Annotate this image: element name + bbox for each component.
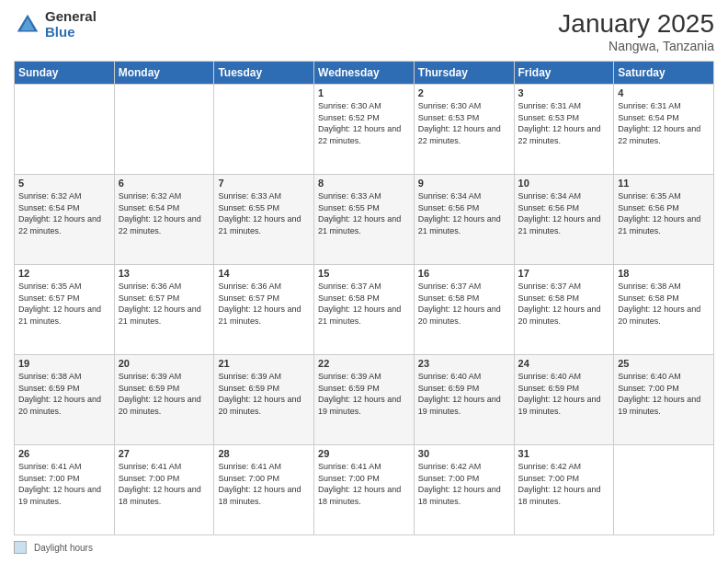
- day-info: Sunrise: 6:39 AMSunset: 6:59 PMDaylight:…: [318, 371, 410, 417]
- location: Nangwa, Tanzania: [558, 39, 714, 53]
- calendar-cell: 12Sunrise: 6:35 AMSunset: 6:57 PMDayligh…: [15, 265, 115, 355]
- calendar-cell: 13Sunrise: 6:36 AMSunset: 6:57 PMDayligh…: [114, 265, 214, 355]
- calendar-cell: 30Sunrise: 6:42 AMSunset: 7:00 PMDayligh…: [414, 445, 514, 535]
- day-number: 27: [119, 448, 210, 459]
- day-header-friday: Friday: [514, 62, 614, 85]
- calendar-cell: 7Sunrise: 6:33 AMSunset: 6:55 PMDaylight…: [214, 175, 314, 265]
- calendar-cell: 20Sunrise: 6:39 AMSunset: 6:59 PMDayligh…: [114, 355, 214, 445]
- daylight-label: Daylight hours: [34, 543, 93, 553]
- day-info: Sunrise: 6:39 AMSunset: 6:59 PMDaylight:…: [119, 371, 210, 417]
- logo: General Blue: [14, 9, 97, 40]
- calendar-cell: 25Sunrise: 6:40 AMSunset: 7:00 PMDayligh…: [614, 355, 714, 445]
- day-number: 23: [418, 358, 510, 369]
- day-number: 5: [18, 178, 110, 189]
- day-number: 8: [318, 178, 410, 189]
- logo-blue: Blue: [45, 25, 97, 40]
- calendar-cell: [214, 85, 314, 175]
- day-number: 18: [618, 268, 710, 279]
- day-header-wednesday: Wednesday: [314, 62, 415, 85]
- day-info: Sunrise: 6:41 AMSunset: 7:00 PMDaylight:…: [18, 461, 110, 507]
- day-number: 31: [518, 448, 610, 459]
- calendar-cell: [614, 445, 714, 535]
- day-info: Sunrise: 6:36 AMSunset: 6:57 PMDaylight:…: [119, 281, 210, 327]
- calendar-cell: 17Sunrise: 6:37 AMSunset: 6:58 PMDayligh…: [514, 265, 614, 355]
- week-row-2: 5Sunrise: 6:32 AMSunset: 6:54 PMDaylight…: [15, 175, 714, 265]
- calendar-cell: 28Sunrise: 6:41 AMSunset: 7:00 PMDayligh…: [214, 445, 314, 535]
- day-number: 24: [518, 358, 610, 369]
- day-number: 17: [518, 268, 610, 279]
- calendar-cell: 19Sunrise: 6:38 AMSunset: 6:59 PMDayligh…: [15, 355, 115, 445]
- daylight-legend-box: [14, 541, 27, 554]
- page: General Blue January 2025 Nangwa, Tanzan…: [0, 0, 728, 563]
- logo-general: General: [45, 9, 97, 25]
- day-info: Sunrise: 6:38 AMSunset: 6:58 PMDaylight:…: [618, 281, 710, 327]
- calendar-cell: [114, 85, 214, 175]
- day-info: Sunrise: 6:31 AMSunset: 6:53 PMDaylight:…: [518, 100, 610, 146]
- day-info: Sunrise: 6:42 AMSunset: 7:00 PMDaylight:…: [518, 461, 610, 507]
- day-number: 16: [418, 268, 510, 279]
- day-info: Sunrise: 6:37 AMSunset: 6:58 PMDaylight:…: [518, 281, 610, 327]
- calendar-cell: 2Sunrise: 6:30 AMSunset: 6:53 PMDaylight…: [414, 85, 514, 175]
- day-number: 6: [119, 178, 210, 189]
- day-info: Sunrise: 6:30 AMSunset: 6:53 PMDaylight:…: [418, 100, 510, 146]
- calendar-cell: 6Sunrise: 6:32 AMSunset: 6:54 PMDaylight…: [114, 175, 214, 265]
- week-row-1: 1Sunrise: 6:30 AMSunset: 6:52 PMDaylight…: [15, 85, 714, 175]
- day-number: 13: [119, 268, 210, 279]
- calendar-cell: 18Sunrise: 6:38 AMSunset: 6:58 PMDayligh…: [614, 265, 714, 355]
- day-number: 29: [318, 448, 410, 459]
- day-number: 4: [618, 87, 710, 98]
- day-header-sunday: Sunday: [15, 62, 115, 85]
- calendar-cell: 8Sunrise: 6:33 AMSunset: 6:55 PMDaylight…: [314, 175, 415, 265]
- day-number: 15: [318, 268, 410, 279]
- day-info: Sunrise: 6:38 AMSunset: 6:59 PMDaylight:…: [18, 371, 110, 417]
- calendar-cell: 9Sunrise: 6:34 AMSunset: 6:56 PMDaylight…: [414, 175, 514, 265]
- day-number: 2: [418, 87, 510, 98]
- day-info: Sunrise: 6:41 AMSunset: 7:00 PMDaylight:…: [119, 461, 210, 507]
- day-header-thursday: Thursday: [414, 62, 514, 85]
- calendar-cell: 26Sunrise: 6:41 AMSunset: 7:00 PMDayligh…: [15, 445, 115, 535]
- month-title: January 2025: [558, 9, 714, 39]
- day-info: Sunrise: 6:34 AMSunset: 6:56 PMDaylight:…: [418, 190, 510, 236]
- day-number: 28: [218, 448, 310, 459]
- day-number: 7: [218, 178, 310, 189]
- day-number: 1: [318, 87, 410, 98]
- day-info: Sunrise: 6:37 AMSunset: 6:58 PMDaylight:…: [318, 281, 410, 327]
- calendar-cell: 11Sunrise: 6:35 AMSunset: 6:56 PMDayligh…: [614, 175, 714, 265]
- day-info: Sunrise: 6:40 AMSunset: 7:00 PMDaylight:…: [618, 371, 710, 417]
- day-header-monday: Monday: [114, 62, 214, 85]
- day-info: Sunrise: 6:31 AMSunset: 6:54 PMDaylight:…: [618, 100, 710, 146]
- calendar-cell: 10Sunrise: 6:34 AMSunset: 6:56 PMDayligh…: [514, 175, 614, 265]
- logo-text: General Blue: [45, 9, 97, 40]
- week-row-4: 19Sunrise: 6:38 AMSunset: 6:59 PMDayligh…: [15, 355, 714, 445]
- calendar-cell: 21Sunrise: 6:39 AMSunset: 6:59 PMDayligh…: [214, 355, 314, 445]
- day-number: 3: [518, 87, 610, 98]
- footer: Daylight hours: [14, 541, 714, 554]
- calendar-header-row: SundayMondayTuesdayWednesdayThursdayFrid…: [15, 62, 714, 85]
- day-info: Sunrise: 6:41 AMSunset: 7:00 PMDaylight:…: [318, 461, 410, 507]
- day-info: Sunrise: 6:35 AMSunset: 6:56 PMDaylight:…: [618, 190, 710, 236]
- calendar-cell: 5Sunrise: 6:32 AMSunset: 6:54 PMDaylight…: [15, 175, 115, 265]
- day-info: Sunrise: 6:41 AMSunset: 7:00 PMDaylight:…: [218, 461, 310, 507]
- week-row-3: 12Sunrise: 6:35 AMSunset: 6:57 PMDayligh…: [15, 265, 714, 355]
- day-info: Sunrise: 6:33 AMSunset: 6:55 PMDaylight:…: [318, 190, 410, 236]
- calendar-cell: 29Sunrise: 6:41 AMSunset: 7:00 PMDayligh…: [314, 445, 415, 535]
- day-number: 9: [418, 178, 510, 189]
- week-row-5: 26Sunrise: 6:41 AMSunset: 7:00 PMDayligh…: [15, 445, 714, 535]
- day-info: Sunrise: 6:34 AMSunset: 6:56 PMDaylight:…: [518, 190, 610, 236]
- calendar-cell: 4Sunrise: 6:31 AMSunset: 6:54 PMDaylight…: [614, 85, 714, 175]
- day-header-tuesday: Tuesday: [214, 62, 314, 85]
- calendar-cell: [15, 85, 115, 175]
- day-number: 14: [218, 268, 310, 279]
- day-number: 20: [119, 358, 210, 369]
- calendar-cell: 24Sunrise: 6:40 AMSunset: 6:59 PMDayligh…: [514, 355, 614, 445]
- day-header-saturday: Saturday: [614, 62, 714, 85]
- calendar-cell: 1Sunrise: 6:30 AMSunset: 6:52 PMDaylight…: [314, 85, 415, 175]
- day-info: Sunrise: 6:33 AMSunset: 6:55 PMDaylight:…: [218, 190, 310, 236]
- logo-icon: [14, 11, 41, 39]
- day-info: Sunrise: 6:32 AMSunset: 6:54 PMDaylight:…: [119, 190, 210, 236]
- calendar-cell: 22Sunrise: 6:39 AMSunset: 6:59 PMDayligh…: [314, 355, 415, 445]
- day-info: Sunrise: 6:40 AMSunset: 6:59 PMDaylight:…: [418, 371, 510, 417]
- day-info: Sunrise: 6:36 AMSunset: 6:57 PMDaylight:…: [218, 281, 310, 327]
- day-info: Sunrise: 6:40 AMSunset: 6:59 PMDaylight:…: [518, 371, 610, 417]
- day-info: Sunrise: 6:35 AMSunset: 6:57 PMDaylight:…: [18, 281, 110, 327]
